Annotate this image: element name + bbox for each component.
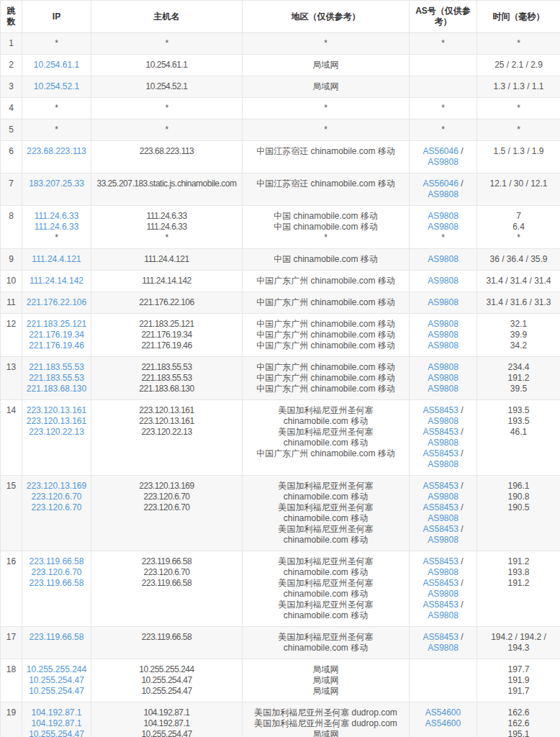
asn-link[interactable]: AS56046	[423, 178, 458, 189]
asn-cell: AS9808AS9808AS9808	[410, 314, 477, 357]
ip-line: 223.120.13.161	[26, 416, 87, 427]
asn-line: AS9808	[413, 319, 473, 330]
ip-link[interactable]: 111.24.6.33	[35, 222, 79, 232]
time-cell: 76.4*	[477, 206, 560, 249]
host-line: 221.183.55.53	[95, 362, 238, 373]
ip-link[interactable]: 221.183.55.53	[29, 373, 84, 383]
asn-link[interactable]: AS9808	[428, 384, 459, 394]
ip-link[interactable]: 183.207.25.33	[29, 178, 84, 189]
asn-link[interactable]: AS9808	[428, 211, 459, 221]
ip-link[interactable]: 221.176.22.106	[27, 297, 86, 307]
asn-link[interactable]: AS58453	[423, 427, 458, 437]
time-line: 191.2	[481, 373, 556, 384]
asn-cell: AS9808	[410, 271, 477, 292]
ip-link[interactable]: 223.119.66.58	[30, 578, 84, 588]
ip-link[interactable]: 223.120.13.161	[27, 416, 86, 426]
asn-link[interactable]: AS56046	[423, 146, 458, 156]
ip-link[interactable]: 221.176.19.34	[29, 330, 84, 340]
ip-link[interactable]: 223.120.6.70	[31, 502, 81, 512]
region-line: 美国加利福尼亚州圣何塞 chinamobile.com 移动	[246, 405, 405, 427]
ip-link[interactable]: 10.254.52.1	[34, 81, 79, 91]
host-line: 221.183.55.53	[95, 373, 238, 384]
asn-link[interactable]: AS58453	[423, 600, 458, 610]
ip-link[interactable]: 10.255.254.47	[29, 675, 84, 685]
asn-link[interactable]: AS58453	[423, 448, 458, 458]
asn-link[interactable]: AS9808	[428, 276, 459, 286]
ip-link[interactable]: 221.183.25.121	[27, 319, 86, 329]
asn-link[interactable]: AS58453	[423, 405, 458, 415]
asn-link[interactable]: AS9808	[428, 254, 459, 264]
ip-link[interactable]: 223.120.13.161	[27, 405, 86, 415]
ip-line: 221.176.19.34	[26, 330, 87, 340]
asn-link[interactable]: AS9808	[428, 362, 459, 372]
ip-cell: 223.68.223.113	[22, 141, 91, 173]
ip-link[interactable]: 111.24.6.33	[35, 211, 79, 221]
ip-link[interactable]: 223.68.223.113	[27, 146, 86, 156]
asn-cell: AS58453 / AS9808AS58453 / AS9808AS58453 …	[410, 400, 477, 476]
asn-cell: *	[410, 98, 477, 119]
time-cell: 31.4 / 31.4 / 31.4	[477, 271, 560, 292]
region-line: 中国 chinamobile.com 移动	[246, 254, 405, 265]
time-cell: *	[477, 119, 560, 141]
ip-link[interactable]: 10.255.254.47	[29, 729, 84, 737]
asn-link[interactable]: AS58453	[423, 556, 458, 566]
time-line: 34.2	[481, 340, 556, 351]
asn-link[interactable]: AS58453	[423, 481, 458, 491]
ip-link[interactable]: 10.254.61.1	[34, 60, 79, 70]
ip-cell: 183.207.25.33	[22, 173, 91, 206]
asn-link[interactable]: AS9808	[428, 438, 459, 448]
column-header-time: 时间（毫秒）	[477, 1, 560, 33]
asn-link[interactable]: AS9808	[428, 157, 459, 167]
asn-link[interactable]: AS9808	[428, 297, 459, 307]
ip-link[interactable]: 10.255.255.244	[27, 664, 86, 674]
asn-link[interactable]: AS9808	[428, 373, 459, 383]
ip-link[interactable]: 104.192.87.1	[31, 718, 81, 728]
region-line: *	[246, 232, 405, 243]
asn-link[interactable]: AS58453	[423, 524, 458, 534]
asn-link[interactable]: AS9808	[428, 330, 459, 340]
host-line: 10.254.52.1	[95, 81, 238, 92]
ip-link[interactable]: 221.183.68.130	[27, 384, 86, 394]
ip-link[interactable]: 223.120.13.169	[27, 481, 86, 491]
asn-link[interactable]: AS9808	[428, 567, 459, 577]
ip-link[interactable]: 111.24.4.121	[32, 254, 81, 264]
ip-cell: *	[22, 119, 91, 141]
asn-link[interactable]: AS9808	[428, 535, 459, 545]
ip-link[interactable]: 223.120.6.70	[31, 567, 81, 577]
ip-link[interactable]: 223.119.66.58	[30, 632, 84, 642]
asn-cell: AS56046 / AS9808	[410, 173, 477, 206]
asn-link[interactable]: AS9808	[428, 222, 459, 232]
region-cell: *	[243, 33, 410, 55]
ip-line: 221.183.55.53	[26, 362, 87, 373]
asn-link[interactable]: AS9808	[428, 492, 459, 502]
asn-link[interactable]: AS9808	[428, 459, 459, 469]
asn-link[interactable]: AS9808	[428, 643, 459, 653]
ip-link[interactable]: 10.255.254.47	[29, 686, 84, 696]
asn-link[interactable]: AS54600	[425, 707, 461, 718]
asn-link[interactable]: AS58453	[423, 632, 458, 642]
asn-link[interactable]: AS54600	[425, 718, 461, 728]
asn-link[interactable]: AS58453	[423, 502, 458, 512]
ip-link[interactable]: 223.120.6.70	[31, 492, 81, 502]
ip-link[interactable]: 223.119.66.58	[30, 556, 84, 566]
ip-link[interactable]: 223.120.22.13	[29, 427, 84, 437]
ip-link[interactable]: 104.192.87.1	[31, 707, 81, 718]
asn-link[interactable]: AS9808	[428, 340, 459, 351]
asn-link[interactable]: AS9808	[428, 416, 459, 426]
hop-cell: 13	[1, 357, 22, 400]
region-line: 中国 chinamobile.com 移动	[246, 211, 405, 222]
ip-link[interactable]: 111.24.14.142	[30, 276, 83, 286]
ip-link[interactable]: 221.183.55.53	[29, 362, 84, 372]
hop-cell: 7	[1, 173, 22, 206]
hop-cell: 16	[1, 551, 22, 627]
ip-line: *	[26, 38, 87, 49]
time-line: 196.1	[481, 481, 556, 492]
asn-link[interactable]: AS9808	[428, 589, 459, 599]
asn-link[interactable]: AS9808	[428, 319, 459, 329]
asn-link[interactable]: AS9808	[428, 610, 459, 620]
ip-link[interactable]: 221.176.19.46	[29, 340, 84, 351]
asn-link[interactable]: AS58453	[423, 578, 458, 588]
asn-link[interactable]: AS9808	[428, 513, 459, 523]
asn-line: AS9808	[413, 254, 473, 265]
asn-link[interactable]: AS9808	[428, 189, 459, 199]
